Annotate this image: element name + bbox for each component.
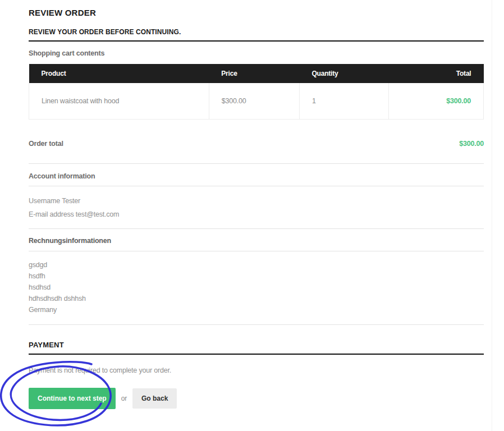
page-title: REVIEW ORDER [29, 8, 484, 17]
username-line: Username Tester [29, 197, 484, 205]
email-value: test@test.com [76, 210, 119, 218]
column-header-quantity: Quantity [299, 64, 388, 83]
checkout-actions: Continue to next step or Go back [29, 388, 484, 409]
payment-note: Payment is not required to complete your… [29, 366, 484, 374]
divider [29, 228, 484, 229]
row-total-cell: $300.00 [388, 83, 483, 120]
billing-address: gsdgd hsdfh hsdhsd hdhsdhsdh dshhsh Germ… [29, 259, 484, 315]
address-line: Germany [29, 304, 484, 315]
order-total-label: Order total [29, 140, 63, 148]
account-info: Username Tester E-mail address test@test… [29, 197, 484, 218]
divider-dark-payment [29, 354, 484, 355]
order-total-value: $300.00 [459, 140, 484, 148]
cart-table: Product Price Quantity Total Linen waist… [29, 64, 484, 120]
page-subtitle: REVIEW YOUR ORDER BEFORE CONTINUING. [29, 28, 484, 36]
or-separator-text: or [121, 395, 127, 402]
window-edge-line [492, 0, 492, 431]
address-line: gsdgd [29, 259, 484, 270]
column-header-total: Total [388, 64, 483, 83]
email-label: E-mail address [29, 210, 74, 218]
divider [29, 186, 484, 186]
address-line: hsdhsd [29, 282, 484, 293]
email-line: E-mail address test@test.com [29, 210, 484, 218]
cart-table-row: Linen waistcoat with hood $300.00 1 $300… [29, 83, 484, 120]
account-section-label: Account information [29, 172, 484, 180]
billing-section-label: Rechnungsinformationen [29, 237, 484, 245]
order-total-row: Order total $300.00 [29, 140, 484, 148]
quantity-cell: 1 [299, 83, 388, 120]
payment-heading: PAYMENT [29, 341, 484, 349]
price-cell: $300.00 [209, 83, 299, 120]
cart-table-header-row: Product Price Quantity Total [29, 64, 484, 83]
review-order-page: { "page": { "title": "REVIEW ORDER", "su… [0, 0, 504, 431]
checkout-content: REVIEW ORDER REVIEW YOUR ORDER BEFORE CO… [29, 0, 484, 409]
divider [29, 251, 484, 251]
divider [29, 163, 484, 164]
cart-section-label: Shopping cart contents [29, 49, 484, 57]
address-line: hsdfh [29, 270, 484, 282]
address-line: hdhsdhsdh dshhsh [29, 293, 484, 304]
column-header-product: Product [29, 64, 209, 83]
continue-button[interactable]: Continue to next step [29, 388, 116, 409]
divider-dark-top [29, 40, 484, 42]
username-label: Username [29, 197, 60, 205]
go-back-button[interactable]: Go back [132, 388, 177, 409]
product-cell: Linen waistcoat with hood [29, 83, 209, 120]
divider [29, 324, 484, 325]
username-value: Tester [62, 197, 80, 205]
column-header-price: Price [209, 64, 299, 83]
